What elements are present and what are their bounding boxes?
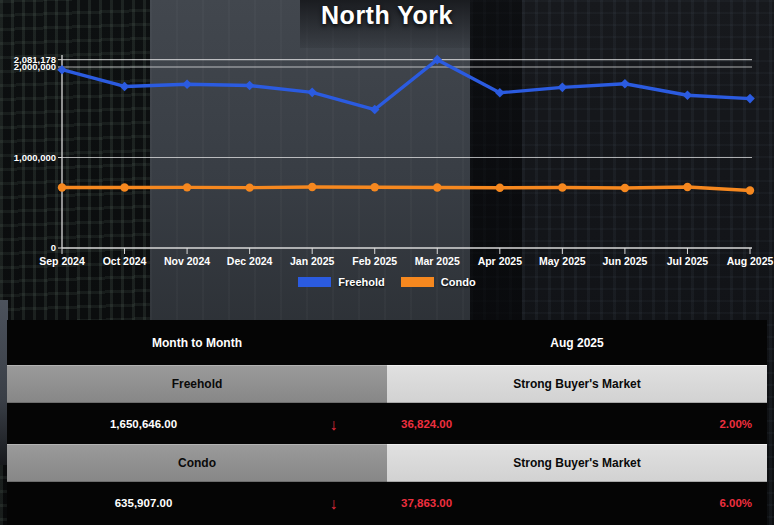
x-axis-month-label: Apr 2025 [478, 255, 523, 267]
data-point-freehold[interactable] [120, 82, 130, 92]
chart-canvas[interactable]: 01,000,0002,000,0002,081,178Sep 2024Oct … [0, 45, 774, 276]
category-cell-condo: Condo [7, 444, 387, 482]
page-title: North York [0, 1, 774, 30]
x-axis-month-label: Feb 2025 [352, 255, 397, 267]
data-point-freehold[interactable] [182, 79, 192, 89]
freehold-swatch-icon [298, 277, 331, 287]
freehold-data-row: 1,650,646.00 ↓ 36,824.00 2.00% [7, 403, 767, 444]
condo-change-amount: 37,863.00 [387, 497, 617, 509]
data-point-condo[interactable] [183, 183, 191, 191]
down-arrow-icon: ↓ [280, 416, 387, 434]
data-point-freehold[interactable] [245, 81, 255, 91]
data-point-condo[interactable] [433, 183, 441, 191]
data-point-condo[interactable] [120, 183, 128, 191]
chart-legend: Freehold Condo [0, 276, 774, 288]
legend-item-condo[interactable]: Condo [401, 276, 476, 288]
freehold-change-amount: 36,824.00 [387, 418, 617, 430]
legend-label-condo: Condo [441, 276, 476, 288]
data-point-freehold[interactable] [745, 94, 755, 104]
condo-data-row: 635,907.00 ↓ 37,863.00 6.00% [7, 482, 767, 523]
x-axis-month-label: Jun 2025 [602, 255, 647, 267]
data-point-condo[interactable] [621, 184, 629, 192]
condo-price: 635,907.00 [7, 497, 280, 509]
x-axis-month-label: Jan 2025 [290, 255, 335, 267]
legend-item-freehold[interactable]: Freehold [298, 276, 384, 288]
data-point-condo[interactable] [245, 183, 253, 191]
x-axis-month-label: Nov 2024 [164, 255, 210, 267]
x-axis-month-label: May 2025 [539, 255, 586, 267]
data-point-condo[interactable] [746, 186, 754, 194]
condo-change-percent: 6.00% [617, 497, 767, 509]
condo-swatch-icon [401, 277, 434, 287]
x-axis-month-label: Aug 2025 [727, 255, 774, 267]
data-point-freehold[interactable] [57, 65, 67, 75]
x-axis-month-label: Dec 2024 [227, 255, 273, 267]
data-point-freehold[interactable] [620, 79, 630, 89]
data-point-freehold[interactable] [558, 83, 568, 93]
table-header-row: Month to Month Aug 2025 [7, 320, 767, 365]
data-point-condo[interactable] [308, 183, 316, 191]
x-axis-month-label: Jul 2025 [667, 255, 709, 267]
data-point-condo[interactable] [558, 183, 566, 191]
y-axis-tick-label: 0 [51, 242, 56, 253]
down-arrow-icon: ↓ [280, 495, 387, 513]
y-axis-tick-label: 1,000,000 [14, 152, 56, 163]
legend-label-freehold: Freehold [338, 276, 384, 288]
data-point-condo[interactable] [683, 183, 691, 191]
freehold-change-percent: 2.00% [617, 418, 767, 430]
data-point-freehold[interactable] [307, 88, 317, 98]
x-axis-month-label: Oct 2024 [103, 255, 147, 267]
x-axis-month-label: Sep 2024 [39, 255, 85, 267]
price-trend-chart[interactable]: 01,000,0002,000,0002,081,178Sep 2024Oct … [0, 45, 774, 276]
header-current-month: Aug 2025 [387, 320, 767, 365]
freehold-label-row: Freehold Strong Buyer's Market [7, 365, 767, 403]
freehold-price: 1,650,646.00 [7, 418, 280, 430]
market-status-condo: Strong Buyer's Market [387, 444, 767, 482]
condo-label-row: Condo Strong Buyer's Market [7, 444, 767, 482]
market-summary-table: Month to Month Aug 2025 Freehold Strong … [7, 320, 767, 525]
data-point-condo[interactable] [371, 183, 379, 191]
data-point-condo[interactable] [496, 184, 504, 192]
x-axis-month-label: Mar 2025 [415, 255, 460, 267]
category-cell-freehold: Freehold [7, 365, 387, 403]
data-point-condo[interactable] [58, 183, 66, 191]
market-status-freehold: Strong Buyer's Market [387, 365, 767, 403]
data-point-freehold[interactable] [683, 90, 693, 100]
y-axis-tick-label: 2,081,178 [14, 54, 56, 65]
header-month-to-month: Month to Month [7, 320, 387, 365]
